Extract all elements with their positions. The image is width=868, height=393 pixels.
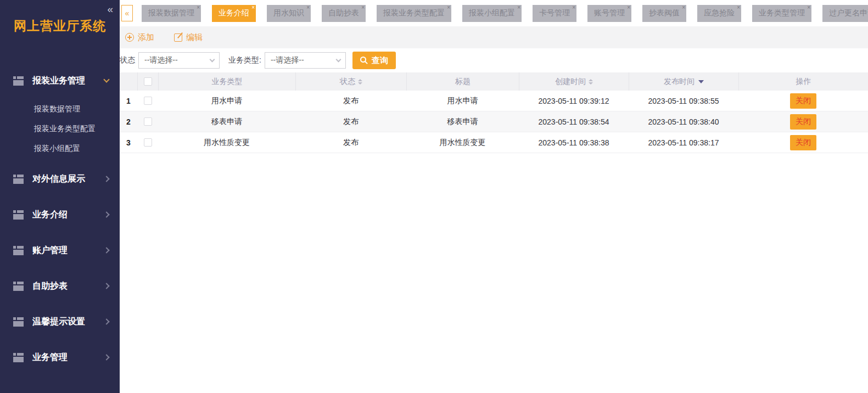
row-number-header	[120, 72, 137, 91]
sidebar-item-self-meter-reading[interactable]: 自助抄表	[0, 275, 120, 297]
toolbar: 添加 编辑	[120, 26, 868, 48]
sidebar-item-warm-tips[interactable]: 温馨提示设置	[0, 311, 120, 333]
tab-business-intro[interactable]: 业务介绍 ×	[212, 5, 256, 22]
column-header-business-type: 业务类型	[158, 72, 295, 91]
cell-published-time: 2023-05-11 09:38:17	[629, 138, 738, 147]
chevron-right-icon	[103, 176, 109, 182]
tab-label: 应急抢险	[704, 8, 735, 18]
row-checkbox[interactable]	[144, 138, 152, 147]
tab-install-data-mgmt[interactable]: 报装数据管理 ×	[142, 5, 201, 22]
cell-published-time: 2023-05-11 09:38:55	[629, 97, 738, 105]
tab-install-type-config[interactable]: 报装业务类型配置 ×	[377, 5, 451, 22]
sidebar-item-business-mgmt[interactable]: 业务管理	[0, 346, 120, 368]
row-number: 1	[120, 97, 137, 105]
app-window: « 网上营业厅系统 报装业务管理 报装数据管理 报装业务类型配置 报装小组配置 …	[0, 0, 868, 393]
tab-transfer-rename-apply[interactable]: 过户更名申请 ×	[822, 5, 868, 22]
close-icon[interactable]: ×	[306, 5, 310, 10]
sidebar-item-label: 账户管理	[32, 245, 104, 256]
close-icon[interactable]: ×	[447, 5, 450, 10]
close-icon[interactable]: ×	[572, 5, 575, 10]
status-filter-label: 状态	[120, 55, 135, 65]
tab-card-number-mgmt[interactable]: 卡号管理 ×	[533, 5, 576, 22]
add-button-label: 添加	[138, 32, 154, 43]
sidebar-item-label: 自助抄表	[32, 280, 104, 292]
cell-title: 用水性质变更	[406, 138, 519, 148]
layout-icon	[13, 317, 24, 327]
edit-button-label: 编辑	[186, 32, 203, 43]
sort-icon	[358, 79, 362, 85]
tab-label: 报装小组配置	[469, 8, 515, 18]
tab-label: 卡号管理	[539, 8, 570, 18]
sidebar-item-account-mgmt[interactable]: 账户管理	[0, 239, 120, 261]
row-checkbox[interactable]	[144, 97, 152, 105]
tab-account-number-mgmt[interactable]: 账号管理 ×	[587, 5, 631, 22]
cell-status: 发布	[295, 96, 406, 106]
sidebar: « 网上营业厅系统 报装业务管理 报装数据管理 报装业务类型配置 报装小组配置 …	[0, 0, 120, 393]
chevron-right-icon	[103, 211, 109, 217]
close-icon[interactable]: ×	[737, 5, 740, 10]
tabs-scroll-left-button[interactable]: «	[121, 5, 133, 21]
column-header-status[interactable]: 状态	[295, 72, 406, 91]
chevron-down-icon	[103, 76, 109, 82]
close-action-button[interactable]: 关闭	[790, 135, 816, 150]
business-type-filter-select[interactable]: --请选择--	[265, 52, 346, 69]
tab-label: 抄表阀值	[649, 8, 680, 18]
close-action-button[interactable]: 关闭	[790, 114, 816, 130]
sidebar-submenu: 报装数据管理 报装业务类型配置 报装小组配置	[0, 99, 120, 158]
select-all-cell	[137, 72, 158, 91]
sidebar-subitem-install-type-config[interactable]: 报装业务类型配置	[0, 119, 120, 138]
column-header-created-time[interactable]: 创建时间	[519, 72, 629, 91]
close-icon[interactable]: ×	[627, 5, 630, 10]
column-header-actions: 操作	[738, 72, 868, 91]
close-icon[interactable]: ×	[361, 5, 365, 10]
close-action-button[interactable]: 关闭	[790, 93, 816, 109]
query-button[interactable]: 查询	[352, 52, 396, 69]
chevron-right-icon	[103, 247, 109, 253]
filter-bar: 状态 --请选择-- 业务类型: --请选择-- 查询	[120, 48, 868, 72]
select-all-checkbox[interactable]	[144, 77, 152, 86]
chevron-right-icon	[103, 318, 109, 324]
tab-business-type-mgmt[interactable]: 业务类型管理 ×	[752, 5, 811, 22]
row-number: 3	[120, 138, 137, 147]
layout-icon	[13, 175, 24, 184]
tab-emergency-rescue[interactable]: 应急抢险 ×	[697, 5, 741, 22]
edit-button[interactable]: 编辑	[174, 32, 203, 43]
tab-self-meter-reading[interactable]: 自助抄表 ×	[322, 5, 366, 22]
sidebar-item-label: 业务介绍	[32, 209, 104, 221]
table-row: 1 用水申请 发布 用水申请 2023-05-11 09:39:12 2023-…	[120, 91, 868, 111]
tab-water-knowledge[interactable]: 用水知识 ×	[267, 5, 311, 22]
chevron-right-icon	[103, 354, 109, 360]
sort-icon	[589, 79, 593, 85]
sidebar-item-install-business-mgmt[interactable]: 报装业务管理	[0, 70, 120, 92]
cell-created-time: 2023-05-11 09:38:54	[519, 117, 629, 126]
sidebar-item-label: 温馨提示设置	[32, 316, 104, 328]
close-icon[interactable]: ×	[251, 5, 255, 10]
sidebar-item-label: 对外信息展示	[32, 173, 104, 185]
add-button[interactable]: 添加	[125, 32, 154, 43]
cell-status: 发布	[295, 117, 406, 127]
table-row: 3 用水性质变更 发布 用水性质变更 2023-05-11 09:38:38 2…	[120, 132, 868, 153]
tab-install-group-config[interactable]: 报装小组配置 ×	[462, 5, 522, 22]
content-empty-area	[120, 153, 868, 393]
close-icon[interactable]: ×	[807, 5, 810, 10]
row-checkbox[interactable]	[144, 117, 152, 126]
close-icon[interactable]: ×	[517, 5, 520, 10]
chevron-down-icon	[210, 57, 215, 63]
layout-icon	[13, 76, 24, 86]
row-number: 2	[120, 117, 137, 126]
tab-label: 报装数据管理	[148, 8, 194, 18]
cell-business-type: 移表申请	[158, 117, 295, 127]
status-filter-select[interactable]: --请选择--	[138, 52, 220, 69]
table-row: 2 移表申请 发布 移表申请 2023-05-11 09:38:54 2023-…	[120, 111, 868, 132]
sidebar-subitem-install-group-config[interactable]: 报装小组配置	[0, 138, 120, 158]
close-icon[interactable]: ×	[682, 5, 685, 10]
sidebar-menu: 报装业务管理 报装数据管理 报装业务类型配置 报装小组配置 对外信息展示 业务	[0, 70, 120, 368]
tab-label: 业务类型管理	[759, 8, 805, 18]
sidebar-collapse-icon[interactable]: «	[107, 3, 113, 15]
tab-meter-threshold[interactable]: 抄表阀值 ×	[642, 5, 686, 22]
column-header-published-time[interactable]: 发布时间	[629, 72, 738, 91]
sidebar-subitem-install-data-mgmt[interactable]: 报装数据管理	[0, 99, 120, 119]
close-icon[interactable]: ×	[197, 5, 200, 10]
sidebar-item-external-info[interactable]: 对外信息展示	[0, 168, 120, 190]
sidebar-item-business-intro[interactable]: 业务介绍	[0, 204, 120, 226]
